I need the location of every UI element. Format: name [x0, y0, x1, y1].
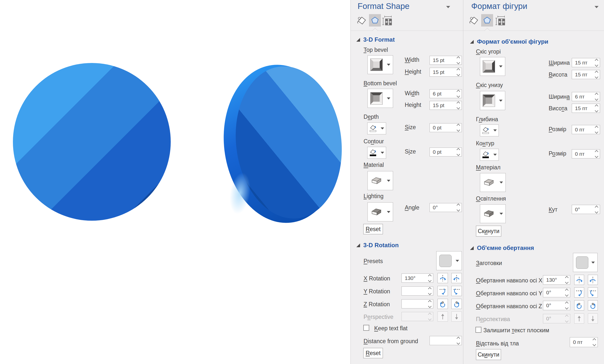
chevron-down-icon[interactable]: [428, 304, 432, 308]
chevron-down-icon[interactable]: [457, 106, 460, 109]
reset-3d-rotation-button[interactable]: Скинути: [476, 349, 501, 360]
depth-size-input[interactable]: 0 pt: [430, 123, 462, 132]
chevron-up-icon[interactable]: [595, 150, 598, 153]
spinner-arrows[interactable]: [457, 337, 460, 344]
chevron-up-icon[interactable]: [565, 276, 569, 279]
paint-bucket-icon[interactable]: [357, 16, 367, 25]
x-rotation-input[interactable]: 130°: [402, 273, 433, 283]
chevron-up-icon[interactable]: [428, 287, 432, 290]
x-rotation-input[interactable]: 130°: [543, 275, 570, 285]
chevron-up-icon[interactable]: [565, 289, 569, 292]
chevron-down-icon[interactable]: [457, 94, 460, 98]
keep-text-flat-checkbox[interactable]: [475, 327, 481, 333]
chevron-up-icon[interactable]: [595, 59, 598, 62]
bottom-bevel-picker-button[interactable]: [480, 91, 505, 110]
size-properties-icon[interactable]: [382, 15, 392, 26]
contour-color-button[interactable]: [367, 147, 386, 159]
angle-input[interactable]: 0°: [430, 203, 462, 212]
pentagon-effects-icon[interactable]: [371, 16, 379, 24]
chevron-down-icon[interactable]: [565, 306, 569, 309]
rotated-3d-circle-shape[interactable]: [218, 61, 347, 228]
chevron-up-icon[interactable]: [457, 101, 460, 105]
distance-from-ground-input[interactable]: [430, 336, 462, 345]
chevron-up-icon[interactable]: [565, 302, 569, 305]
spinner-arrows[interactable]: [457, 69, 460, 76]
chevron-up-icon[interactable]: [457, 68, 460, 72]
flat-circle-shape[interactable]: [12, 62, 172, 222]
top-bevel-height-input[interactable]: 15 pt: [430, 68, 462, 77]
chevron-up-icon[interactable]: [593, 338, 596, 342]
chevron-down-icon[interactable]: [565, 293, 569, 297]
depth-color-button[interactable]: [480, 124, 499, 136]
chevron-down-icon[interactable]: [457, 152, 460, 156]
material-picker-button[interactable]: [480, 173, 506, 192]
bottom-bevel-picker-button[interactable]: [368, 89, 393, 108]
keep-text-flat-checkbox[interactable]: [363, 325, 369, 331]
spinner-arrows[interactable]: [595, 105, 598, 112]
bottom-bevel-width-input[interactable]: 6 pt: [430, 89, 462, 98]
top-bevel-width-input[interactable]: 15 пт: [572, 58, 600, 67]
chevron-up-icon[interactable]: [457, 204, 460, 207]
chevron-down-icon[interactable]: [595, 75, 598, 78]
rotate-z-cw-button[interactable]: [588, 300, 598, 310]
bottom-bevel-width-input[interactable]: 6 пт: [572, 92, 600, 101]
chevron-up-icon[interactable]: [595, 92, 598, 96]
chevron-down-icon[interactable]: [565, 280, 569, 284]
chevron-down-icon[interactable]: [457, 61, 460, 64]
chevron-up-icon[interactable]: [595, 205, 598, 209]
y-rotation-input[interactable]: [402, 286, 433, 296]
section-collapse-triangle-icon[interactable]: [470, 40, 474, 44]
rotate-x-left-button[interactable]: [574, 275, 584, 285]
spinner-arrows[interactable]: [429, 288, 431, 295]
paint-bucket-icon[interactable]: [469, 16, 479, 25]
spinner-arrows[interactable]: [429, 275, 431, 282]
panel-options-caret-icon[interactable]: [446, 6, 450, 8]
chevron-down-icon[interactable]: [595, 154, 598, 158]
size-properties-icon[interactable]: [495, 15, 505, 26]
section-collapse-triangle-icon[interactable]: [470, 246, 474, 250]
chevron-up-icon[interactable]: [595, 125, 598, 129]
section-collapse-triangle-icon[interactable]: [356, 243, 360, 247]
angle-input[interactable]: 0°: [572, 205, 600, 214]
depth-color-button[interactable]: [367, 122, 386, 134]
chevron-up-icon[interactable]: [428, 300, 432, 303]
rotate-x-left-button[interactable]: [437, 273, 448, 283]
spinner-arrows[interactable]: [429, 301, 431, 307]
spinner-arrows[interactable]: [457, 90, 460, 97]
rotation-presets-button[interactable]: [573, 253, 598, 272]
chevron-up-icon[interactable]: [457, 336, 460, 340]
y-rotation-input[interactable]: 0°: [543, 288, 570, 297]
contour-size-input[interactable]: 0 pt: [430, 148, 462, 156]
reset-3d-format-button[interactable]: Reset: [363, 224, 383, 234]
chevron-down-icon[interactable]: [457, 341, 460, 344]
section-collapse-triangle-icon[interactable]: [356, 38, 360, 42]
spinner-arrows[interactable]: [457, 57, 460, 64]
rotate-y-up-button[interactable]: [437, 286, 448, 296]
chevron-down-icon[interactable]: [457, 208, 460, 212]
chevron-down-icon[interactable]: [595, 63, 598, 66]
bottom-bevel-height-input[interactable]: 15 pt: [430, 101, 462, 110]
rotate-y-down-button[interactable]: [451, 286, 462, 296]
lighting-picker-button[interactable]: [480, 204, 506, 223]
spinner-arrows[interactable]: [593, 339, 596, 346]
depth-size-input[interactable]: 0 пт: [572, 125, 600, 134]
reset-3d-format-button[interactable]: Скинути: [476, 226, 501, 237]
bottom-bevel-height-input[interactable]: 15 пт: [572, 104, 600, 113]
rotate-z-cw-button[interactable]: [451, 299, 462, 309]
spinner-arrows[interactable]: [566, 302, 568, 309]
material-picker-button[interactable]: [368, 171, 393, 190]
pentagon-effects-icon[interactable]: [483, 16, 491, 24]
spinner-arrows[interactable]: [566, 276, 568, 283]
spinner-arrows[interactable]: [566, 289, 568, 296]
chevron-down-icon[interactable]: [595, 210, 598, 213]
chevron-down-icon[interactable]: [595, 130, 598, 133]
chevron-down-icon[interactable]: [457, 73, 460, 76]
lighting-picker-button[interactable]: [368, 202, 393, 221]
panel-options-caret-icon[interactable]: [595, 6, 599, 8]
rotate-z-ccw-button[interactable]: [574, 300, 584, 310]
z-rotation-input[interactable]: 0°: [543, 301, 570, 310]
chevron-down-icon[interactable]: [595, 109, 598, 112]
chevron-up-icon[interactable]: [457, 56, 460, 60]
top-bevel-picker-button[interactable]: [480, 57, 505, 76]
chevron-down-icon[interactable]: [428, 291, 432, 295]
